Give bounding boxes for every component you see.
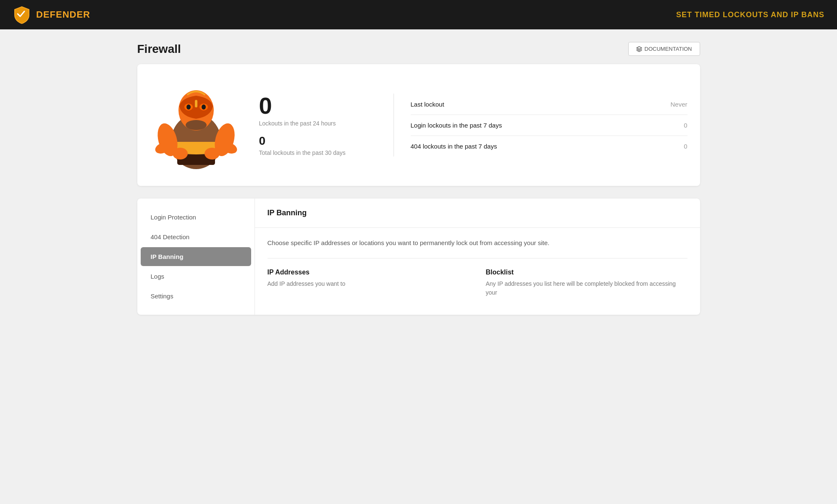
stats-right: Last lockout Never Login lockouts in the… bbox=[411, 94, 687, 157]
lockouts-404-label: 404 lockouts in the past 7 days bbox=[411, 143, 497, 150]
doc-button-label: DOCUMENTATION bbox=[645, 46, 692, 52]
app-header: DEFENDER SET TIMED LOCKOUTS AND IP BANS bbox=[0, 0, 837, 29]
svg-point-9 bbox=[173, 148, 188, 159]
sidebar-item-logs[interactable]: Logs bbox=[141, 267, 251, 286]
lockouts-30d-label: Total lockouts in the past 30 days bbox=[259, 149, 377, 156]
sidebar-item-ip-banning[interactable]: IP Banning bbox=[141, 247, 251, 266]
lower-section: Login Protection 404 Detection IP Bannin… bbox=[137, 198, 700, 315]
sidebar-item-settings[interactable]: Settings bbox=[141, 287, 251, 306]
svg-point-17 bbox=[186, 120, 207, 130]
page-title-bar: Firewall DOCUMENTATION bbox=[137, 42, 700, 56]
last-lockout-row: Last lockout Never bbox=[411, 94, 687, 115]
ip-addresses-col: IP Addresses Add IP addresses you want t… bbox=[268, 269, 469, 297]
stats-card: 0 Lockouts in the past 24 hours 0 Total … bbox=[137, 64, 700, 186]
brand-name: DEFENDER bbox=[36, 9, 90, 20]
last-lockout-label: Last lockout bbox=[411, 101, 444, 108]
header-left: DEFENDER bbox=[13, 5, 90, 24]
login-7d-value: 0 bbox=[684, 122, 687, 129]
lockouts-30d-count: 0 bbox=[259, 135, 377, 147]
content-description: Choose specific IP addresses or location… bbox=[268, 238, 687, 259]
lockout-numbers: 0 Lockouts in the past 24 hours 0 Total … bbox=[259, 94, 377, 156]
documentation-button[interactable]: DOCUMENTATION bbox=[628, 42, 700, 56]
sidebar-item-login-protection[interactable]: Login Protection bbox=[141, 208, 251, 227]
lockouts-24h-count: 0 bbox=[259, 94, 377, 118]
svg-point-15 bbox=[202, 104, 206, 110]
lockouts-404-value: 0 bbox=[684, 143, 687, 150]
svg-point-10 bbox=[205, 148, 220, 159]
page-title: Firewall bbox=[137, 42, 181, 56]
main-wrapper: Firewall DOCUMENTATION bbox=[125, 29, 713, 327]
last-lockout-value: Never bbox=[670, 101, 687, 108]
content-columns: IP Addresses Add IP addresses you want t… bbox=[268, 269, 687, 297]
content-header: IP Banning bbox=[255, 198, 700, 228]
lockouts-24h-label: Lockouts in the past 24 hours bbox=[259, 120, 377, 127]
content-section-title: IP Banning bbox=[268, 209, 687, 217]
blocklist-col: Blocklist Any IP addresses you list here… bbox=[486, 269, 687, 297]
sidebar-nav: Login Protection 404 Detection IP Bannin… bbox=[137, 198, 255, 315]
content-panel: IP Banning Choose specific IP addresses … bbox=[255, 198, 700, 315]
ip-addresses-title: IP Addresses bbox=[268, 269, 469, 276]
defender-logo-icon bbox=[13, 5, 31, 24]
svg-point-14 bbox=[186, 104, 191, 110]
svg-rect-16 bbox=[195, 100, 197, 107]
header-tagline: SET TIMED LOCKOUTS AND IP BANS bbox=[676, 10, 824, 19]
graduation-icon bbox=[636, 46, 642, 52]
ip-addresses-desc: Add IP addresses you want to bbox=[268, 279, 469, 288]
blocklist-desc: Any IP addresses you list here will be c… bbox=[486, 279, 687, 297]
stats-divider bbox=[394, 94, 394, 157]
content-body: Choose specific IP addresses or location… bbox=[255, 228, 700, 307]
mascot-icon bbox=[154, 77, 238, 173]
sidebar-item-404-detection[interactable]: 404 Detection bbox=[141, 227, 251, 246]
mascot-area bbox=[150, 77, 242, 173]
blocklist-title: Blocklist bbox=[486, 269, 687, 276]
login-7d-row: Login lockouts in the past 7 days 0 bbox=[411, 115, 687, 136]
lockouts-404-row: 404 lockouts in the past 7 days 0 bbox=[411, 136, 687, 157]
login-7d-label: Login lockouts in the past 7 days bbox=[411, 122, 502, 129]
